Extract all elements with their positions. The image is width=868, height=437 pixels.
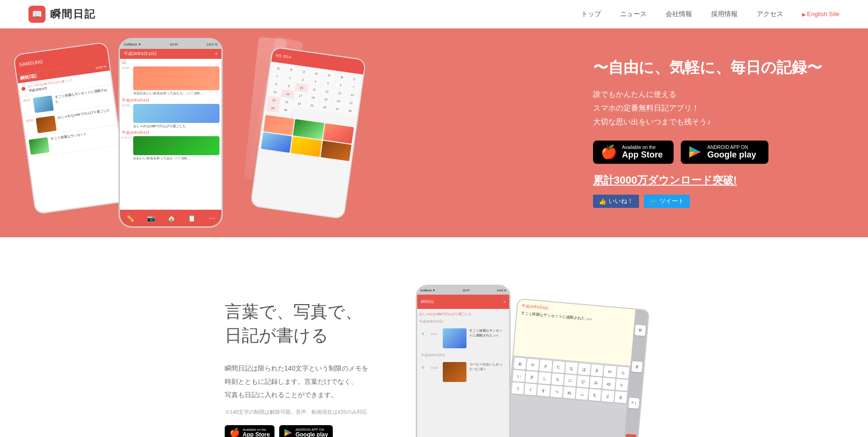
s2-time-1: 10:17: [430, 328, 440, 337]
appstore-large: App Store: [622, 150, 663, 160]
phone-back-screen: SAMSUNG 瞬間日記 1410 % おしゃれなcafeでのんびり過ごした 平…: [14, 43, 128, 214]
nav-access[interactable]: アクセス: [757, 10, 783, 19]
s2-time: 10:47: [462, 289, 469, 292]
store-buttons-small: 🍎 Available on the App Store: [225, 425, 368, 437]
key-i: い: [512, 370, 525, 382]
appstore-large-sm: App Store: [243, 431, 270, 437]
section2-title: 言葉で、写真で、 日記が書ける: [225, 300, 368, 348]
s2-app-header: 瞬間日記 ≡: [417, 295, 509, 309]
key-ku: く: [524, 383, 537, 396]
key-ha: は: [578, 363, 591, 375]
twitter-icon: 🐦: [649, 198, 657, 205]
s2-item-2: 6 10:16 コーヒーがおいしかった ○(△3) ○: [419, 360, 507, 385]
hero-tagline: 〜自由に、気軽に、毎日の記録〜: [593, 57, 830, 78]
hero-section: SAMSUNG 瞬間日記 1410 % おしゃれなcafeでのんびり過ごした 平…: [0, 28, 868, 237]
s2-phone-main: SoftBank ▼ 10:47 1410 % 瞬間日記 ≡ おしゃれなcafe…: [416, 285, 511, 437]
key-ru: る: [614, 391, 627, 403]
item-img: [133, 66, 219, 90]
like-text: いいね！: [609, 197, 633, 206]
photo-6: [320, 140, 352, 161]
item-content-3: かわいい弁当を作ってみた ○○▽100 ...: [133, 136, 219, 161]
section2-phones: SoftBank ▼ 10:47 1410 % 瞬間日記 ≡ おしゃれなcafe…: [406, 275, 643, 437]
key-ri: り: [615, 379, 628, 391]
cal-d29: 29: [266, 103, 280, 112]
appstore-button[interactable]: 🍎 Available on the App Store: [593, 141, 674, 164]
right-date: 6月 2014: [275, 53, 292, 60]
social-buttons: 👍 いいね！ 🐦 ツイート: [593, 195, 830, 208]
nav-icon-1: ✏️: [126, 214, 134, 222]
item-text: 今日かわいい弁当を作ってみたら... ○○▽100 ...: [133, 91, 219, 96]
photo-4: [261, 132, 292, 153]
hero-desc-1: 誰でもかんたんに使える: [593, 90, 676, 98]
key-shi: し: [539, 372, 551, 384]
s2-app-title: 瞬間日記: [421, 299, 434, 304]
tweet-text: ツイート: [659, 197, 684, 206]
date-badge-2: 平成26年6月8日: [122, 98, 219, 103]
google-play-icon-small: [284, 428, 292, 437]
carrier: SoftBank ▼: [124, 43, 141, 46]
appstore-text: Available on the App Store: [622, 145, 663, 160]
cal-d24: 24: [292, 99, 306, 108]
item-img-2: [133, 104, 219, 123]
nav-icon-4: 📋: [188, 214, 196, 222]
main-content: 10 10:30 今日かわいい弁当を作ってみたら... ○○▽100 ... 平…: [120, 59, 221, 163]
main-nav: トップ ニュース 会社情報 採用情報 アクセス English Site: [581, 10, 840, 19]
key-su: す: [537, 384, 550, 397]
logo: 📖 瞬間日記: [28, 6, 96, 23]
key-sa: さ: [539, 360, 552, 372]
apple-icon: 🍎: [601, 145, 617, 160]
like-button[interactable]: 👍 いいね！: [593, 195, 639, 208]
hero-content: 〜自由に、気軽に、毎日の記録〜 誰でもかんたんに使える スマホの定番無料日記アプ…: [593, 57, 830, 208]
s2-num-2: 6: [422, 362, 428, 371]
key-a: あ: [514, 357, 527, 370]
date-badge-3: 平成26年6月6日: [122, 130, 219, 135]
time-2: 10:17: [23, 98, 31, 102]
app-date: 平成26年6月10日: [124, 51, 157, 57]
nav-jobs[interactable]: 採用情報: [711, 10, 738, 19]
s2-keyboard-phone: 平成26年6月6日 すごく綺麗なサンセットに感動された ♪♪♪ あ か さ た …: [504, 298, 650, 437]
googleplay-button[interactable]: ANDROID APP ON Google play: [681, 141, 768, 164]
header: 📖 瞬間日記 トップ ニュース 会社情報 採用情報 アクセス English S…: [0, 0, 868, 28]
key-yu: ゆ: [603, 378, 615, 390]
nav-news[interactable]: ニュース: [620, 10, 647, 19]
tweet-button[interactable]: 🐦 ツイート: [644, 195, 690, 208]
time-3: 10:16: [26, 119, 34, 122]
s2-img-2: [443, 362, 466, 382]
logo-icon: 📖: [28, 6, 46, 23]
nav-top[interactable]: トップ: [581, 10, 601, 19]
key-mi: み: [590, 376, 603, 389]
app-header-main: 平成26年6月10日 ≡: [120, 49, 221, 59]
screen-time: SAMSUNG: [19, 58, 44, 67]
s2-time-2: 10:16: [430, 362, 440, 371]
main-list-item-1: 10:30 今日かわいい弁当を作ってみたら... ○○▽100 ...: [122, 66, 219, 96]
app-icons: ≡: [215, 52, 218, 56]
s2-text-2: コーヒーがおいしかった ○(△3) ○: [469, 362, 504, 372]
cal-d26: 26: [318, 103, 331, 112]
nav-company[interactable]: 会社情報: [666, 10, 692, 19]
key-fu: ふ: [576, 388, 589, 400]
key-ki: き: [525, 371, 538, 383]
key-nu: ぬ: [563, 387, 576, 399]
store-buttons: 🍎 Available on the App Store: [593, 141, 830, 164]
appstore-button-small[interactable]: 🍎 Available on the App Store: [225, 425, 274, 437]
section2-text: 言葉で、写真で、 日記が書ける 瞬間日記は限られた140文字という制限のメモを …: [225, 300, 368, 437]
section2-desc: 瞬間日記は限られた140文字という制限のメモを 時刻とともに記録します。言葉だけ…: [225, 362, 368, 401]
bottom-nav: ✏️ 📷 🏠 📋 ⋯: [120, 210, 221, 226]
phone-main-screen: SoftBank ▼ 10:44 1410 % 平成26年6月10日 ≡ 10 …: [120, 39, 221, 226]
googleplay-button-small[interactable]: ANDROID APP ON Google play: [279, 425, 333, 437]
hero-desc-3: 大切な思い出をいつまでも残そう♪: [593, 118, 711, 126]
key-chi: ち: [551, 373, 564, 385]
photo-1: [264, 115, 295, 135]
googleplay-small: ANDROID APP ON: [707, 145, 756, 150]
appstore-small-sm: Available on the: [243, 428, 270, 431]
key-hi: ひ: [577, 375, 590, 388]
key-tsu: つ: [550, 385, 563, 398]
s2-status-bar: SoftBank ▼ 10:47 1410 %: [417, 286, 509, 295]
s2-text-1: すごく綺麗なサンセットに感動された ♪♪♪: [469, 328, 504, 338]
nav-english[interactable]: English Site: [802, 10, 840, 18]
keyboard-screen: 平成26年6月6日 すごく綺麗なサンセットに感動された ♪♪♪: [513, 299, 649, 368]
side-key-2: ぎ: [631, 361, 643, 372]
thumb-2: [33, 95, 54, 113]
main-list-item-2: 8 0:00 おしゃれなcafeでのんびり過ごした: [122, 104, 219, 129]
cal-d25: 25: [305, 101, 319, 110]
